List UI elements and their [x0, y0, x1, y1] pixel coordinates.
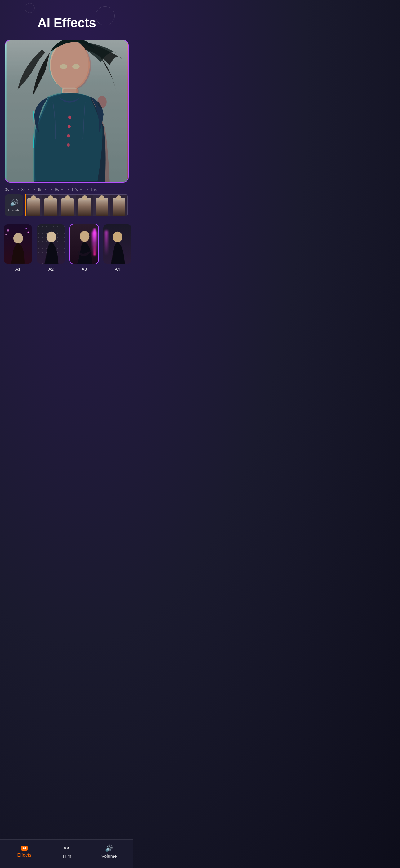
strip-frame-2: [42, 195, 59, 216]
strip-frame-4: [76, 195, 93, 216]
strip-frame-3: [59, 195, 76, 216]
svg-point-13: [72, 64, 80, 69]
time-12s: 12s: [71, 187, 78, 192]
time-dot-6: [51, 189, 52, 190]
svg-point-12: [60, 64, 67, 69]
strip-frame-6: [110, 195, 128, 216]
time-dot-8: [68, 189, 69, 190]
time-dot-2: [18, 189, 19, 190]
playhead: [25, 194, 26, 216]
effect-thumb-a1[interactable]: ✦ ✦: [3, 224, 33, 264]
effect-item-a2[interactable]: A2: [36, 224, 66, 272]
svg-point-7: [68, 116, 71, 119]
svg-point-16: [80, 231, 89, 242]
timeline-strip: 🔊 Unmute: [0, 194, 133, 216]
time-dot-9: [80, 189, 81, 190]
video-strip: [25, 194, 133, 216]
time-0s: 0s: [5, 187, 9, 192]
svg-point-11: [97, 96, 107, 108]
time-dot-4: [34, 189, 35, 190]
time-15s: 15s: [90, 187, 97, 192]
effect-thumb-a2[interactable]: [36, 224, 66, 264]
effect-item-a3[interactable]: A3: [69, 224, 99, 272]
header: AI Effects: [0, 0, 133, 37]
effects-row: ✦ ✦ A1 A2: [0, 224, 133, 272]
time-markers: 0s 3s 6s 9s 12s 15s: [0, 187, 133, 192]
time-dot-3: [28, 189, 29, 190]
video-preview: [5, 40, 129, 183]
unmute-button[interactable]: 🔊 Unmute: [5, 194, 23, 216]
effect-label-a2: A2: [48, 267, 54, 272]
svg-point-17: [113, 231, 123, 243]
time-dot-10: [87, 189, 88, 190]
effect-item-a1[interactable]: ✦ ✦ A1: [3, 224, 33, 272]
strip-frame-5: [93, 195, 110, 216]
svg-point-8: [68, 125, 71, 128]
strip-frames: [25, 194, 128, 216]
effect-label-a3: A3: [81, 267, 87, 272]
time-dot-7: [61, 189, 63, 190]
effect-label-a1: A1: [15, 267, 21, 272]
video-frame: [5, 40, 128, 182]
time-dot-1: [11, 189, 13, 190]
svg-point-14: [13, 233, 23, 244]
time-3s: 3s: [22, 187, 26, 192]
effect-thumb-a3[interactable]: [69, 224, 99, 264]
svg-point-9: [67, 134, 70, 137]
effect-item-a4[interactable]: A4: [103, 224, 132, 272]
unmute-label: Unmute: [8, 208, 20, 212]
svg-point-10: [67, 144, 70, 147]
strip-frame-1: [25, 195, 42, 216]
effect-label-a4: A4: [115, 267, 120, 272]
svg-point-15: [46, 231, 56, 243]
time-dot-5: [45, 189, 46, 190]
effects-section: ✦ ✦ A1 A2: [0, 216, 133, 276]
time-9s: 9s: [55, 187, 59, 192]
speaker-icon: 🔊: [10, 199, 18, 207]
svg-point-2: [51, 41, 91, 90]
glitch-scene: [5, 40, 128, 182]
time-6s: 6s: [38, 187, 42, 192]
timeline-section: 0s 3s 6s 9s 12s 15s: [0, 183, 133, 216]
page-title: AI Effects: [6, 16, 127, 30]
effect-thumb-a4[interactable]: [103, 224, 132, 264]
